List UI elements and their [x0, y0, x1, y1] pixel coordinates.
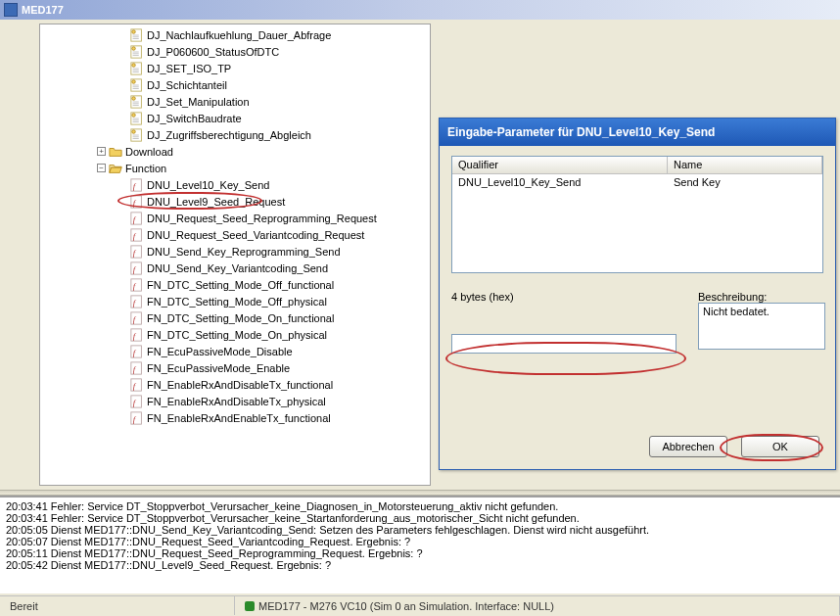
tree-item[interactable]: DJ_P060600_StatusOfDTC — [40, 43, 430, 60]
cell-qualifier: DNU_Level10_Key_Send — [452, 174, 668, 190]
svg-point-11 — [132, 113, 136, 117]
tree-label: DJ_SwitchBaudrate — [147, 113, 242, 124]
status-ready-label: Bereit — [10, 600, 38, 612]
job-doc-icon — [130, 28, 144, 42]
parameter-dialog: Eingabe-Parameter für DNU_Level10_Key_Se… — [439, 118, 836, 470]
tree-folder-download[interactable]: + Download — [40, 143, 430, 160]
status-conn-label: MED177 - M276 VC10 (Sim 0 an Simulation.… — [258, 600, 554, 612]
tree-item[interactable]: DJ_Set_Manipulation — [40, 93, 430, 110]
svg-point-1 — [132, 29, 136, 33]
input-label: 4 bytes (hex) — [451, 291, 678, 303]
tree-label: FN_EnableRxAndEnableTx_functional — [147, 412, 331, 424]
dialog-title: Eingabe-Parameter für DNU_Level10_Key_Se… — [447, 125, 715, 139]
expander-minus-icon[interactable]: − — [97, 164, 106, 172]
tree-label: DNU_Level10_Key_Send — [147, 179, 269, 191]
job-doc-icon — [130, 78, 144, 92]
tree-item[interactable]: DJ_SwitchBaudrate — [40, 110, 430, 126]
status-ready: Bereit — [0, 596, 235, 615]
tree-item[interactable]: fFN_DTC_Setting_Mode_On_functional — [40, 309, 430, 326]
tree-item[interactable]: fDNU_Request_Seed_Variantcoding_Request — [40, 226, 430, 243]
function-doc-icon: f — [130, 395, 144, 408]
tree-item[interactable]: DJ_Zugriffsberechtigung_Abgleich — [40, 126, 430, 143]
parameter-list[interactable]: Qualifier Name DNU_Level10_Key_Send Send… — [451, 156, 823, 273]
status-bar: Bereit MED177 - M276 VC10 (Sim 0 an Simu… — [0, 595, 840, 615]
tree-item[interactable]: fFN_EnableRxAndEnableTx_functional — [40, 409, 430, 426]
col-qualifier[interactable]: Qualifier — [452, 157, 668, 173]
job-doc-icon — [130, 112, 144, 125]
tree-item[interactable]: fDNU_Level9_Seed_Request — [40, 193, 430, 210]
tree-item[interactable]: fFN_EnableRxAndDisableTx_functional — [40, 376, 430, 393]
job-doc-icon — [130, 45, 144, 59]
job-doc-icon — [130, 128, 144, 142]
window-titlebar: MED177 — [0, 0, 840, 20]
tree-label: DJ_Set_Manipulation — [147, 96, 250, 108]
main-area: DJ_Nachlaufkuehlung_Dauer_AbfrageDJ_P060… — [0, 20, 840, 490]
function-doc-icon: f — [130, 278, 144, 292]
tree-item[interactable]: DJ_Schichtanteil — [40, 76, 430, 93]
log-line: 20:05:07 Dienst MED177::DNU_Request_Seed… — [6, 536, 834, 547]
function-doc-icon: f — [130, 345, 144, 358]
ok-button[interactable]: OK — [741, 436, 819, 457]
tree-label: Function — [125, 163, 166, 174]
tree-label: DNU_Request_Seed_Reprogramming_Request — [147, 213, 377, 224]
job-doc-icon — [130, 62, 144, 75]
tree-item[interactable]: DJ_SET_ISO_TP — [40, 60, 430, 76]
dialog-titlebar: Eingabe-Parameter für DNU_Level10_Key_Se… — [440, 118, 835, 146]
tree-panel[interactable]: DJ_Nachlaufkuehlung_Dauer_AbfrageDJ_P060… — [39, 24, 431, 486]
svg-point-7 — [132, 79, 136, 83]
tree-label: FN_EnableRxAndDisableTx_functional — [147, 379, 333, 391]
tree-label: FN_DTC_Setting_Mode_Off_physical — [147, 296, 327, 308]
col-name[interactable]: Name — [668, 157, 822, 173]
svg-point-3 — [132, 46, 136, 50]
hex-input[interactable] — [451, 334, 677, 354]
list-header: Qualifier Name — [452, 157, 822, 174]
function-doc-icon: f — [130, 328, 144, 342]
function-doc-icon: f — [130, 378, 144, 392]
log-line: 20:05:05 Dienst MED177::DNU_Send_Key_Var… — [6, 524, 834, 536]
tree-item[interactable]: fFN_DTC_Setting_Mode_Off_physical — [40, 293, 430, 309]
tree-label: FN_DTC_Setting_Mode_On_physical — [147, 329, 327, 341]
function-doc-icon: f — [130, 361, 144, 375]
function-doc-icon: f — [130, 295, 144, 308]
tree-item[interactable]: fFN_DTC_Setting_Mode_Off_functional — [40, 276, 430, 293]
function-doc-icon: f — [130, 195, 144, 209]
folder-closed-icon — [109, 145, 122, 159]
svg-point-13 — [132, 129, 136, 133]
function-doc-icon: f — [130, 212, 144, 225]
function-doc-icon: f — [130, 245, 144, 259]
function-doc-icon: f — [130, 411, 144, 425]
tree-item[interactable]: fDNU_Level10_Key_Send — [40, 176, 430, 193]
tree-item[interactable]: DJ_Nachlaufkuehlung_Dauer_Abfrage — [40, 26, 430, 43]
log-panel[interactable]: 20:03:41 Fehler: Service DT_Stoppverbot_… — [0, 496, 840, 593]
log-line: 20:03:41 Fehler: Service DT_Stoppverbot_… — [6, 512, 834, 524]
tree-item[interactable]: fDNU_Request_Seed_Reprogramming_Request — [40, 210, 430, 226]
expander-plus-icon[interactable]: + — [97, 147, 106, 156]
dialog-buttons: Abbrechen OK — [649, 436, 819, 457]
tree-label: DNU_Level9_Seed_Request — [147, 196, 285, 208]
app-icon — [4, 3, 18, 17]
tree-item[interactable]: fFN_EnableRxAndDisableTx_physical — [40, 393, 430, 409]
tree-label: DJ_P060600_StatusOfDTC — [147, 46, 279, 58]
cancel-label: Abbrechen — [662, 441, 714, 452]
desc-text: Nicht bedatet. — [703, 306, 770, 317]
job-doc-icon — [130, 95, 144, 109]
svg-point-5 — [132, 63, 136, 67]
cancel-button[interactable]: Abbrechen — [649, 436, 727, 457]
tree-label: DNU_Send_Key_Reprogramming_Send — [147, 246, 341, 258]
tree-item[interactable]: fDNU_Send_Key_Reprogramming_Send — [40, 243, 430, 260]
desc-label: Beschreibung: — [698, 291, 825, 303]
tree-label: FN_DTC_Setting_Mode_On_functional — [147, 312, 334, 324]
desc-box: Nicht bedatet. — [698, 303, 825, 350]
tree-label: DJ_Zugriffsberechtigung_Abgleich — [147, 129, 311, 141]
tree-label: FN_EnableRxAndDisableTx_physical — [147, 396, 326, 407]
status-connection: MED177 - M276 VC10 (Sim 0 an Simulation.… — [235, 596, 840, 615]
cell-name: Send Key — [668, 174, 822, 190]
tree-label: FN_DTC_Setting_Mode_Off_functional — [147, 279, 334, 291]
tree-item[interactable]: fFN_DTC_Setting_Mode_On_physical — [40, 326, 430, 343]
function-doc-icon: f — [130, 178, 144, 192]
tree-item[interactable]: fDNU_Send_Key_Variantcoding_Send — [40, 260, 430, 276]
tree-item[interactable]: fFN_EcuPassiveMode_Enable — [40, 359, 430, 376]
tree-folder-function[interactable]: − Function — [40, 160, 430, 176]
list-row[interactable]: DNU_Level10_Key_Send Send Key — [452, 174, 822, 190]
tree-item[interactable]: fFN_EcuPassiveMode_Disable — [40, 343, 430, 359]
